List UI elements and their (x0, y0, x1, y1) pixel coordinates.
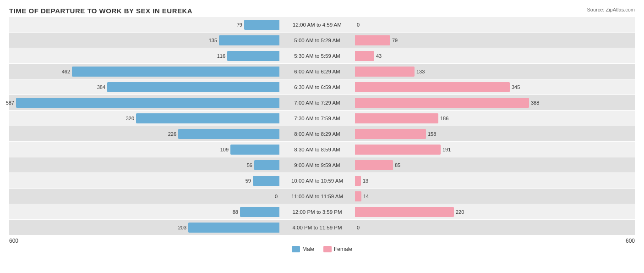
time-label: 6:30 AM to 6:59 AM (279, 84, 355, 90)
time-label: 5:00 AM to 5:29 AM (279, 38, 355, 43)
table-row: 569:00 AM to 9:59 AM85 (9, 157, 635, 173)
bar-female (355, 82, 510, 92)
bar-male (219, 35, 279, 45)
bar-male (188, 223, 279, 233)
time-label: 8:00 AM to 8:29 AM (279, 131, 355, 137)
bar-female-value: 133 (416, 69, 425, 74)
time-label: 12:00 PM to 3:59 PM (279, 209, 355, 215)
time-label: 11:00 AM to 11:59 AM (279, 194, 355, 199)
table-row: 3846:30 AM to 6:59 AM345 (9, 79, 635, 95)
table-row: 4626:00 AM to 6:29 AM133 (9, 64, 635, 79)
bar-male-value: 384 (97, 84, 105, 90)
bar-male (240, 207, 279, 217)
bar-female-value: 85 (395, 162, 400, 168)
time-label: 5:30 AM to 5:59 AM (279, 53, 355, 59)
bar-female-value: 388 (531, 100, 539, 106)
source-text: Source: ZipAtlas.com (587, 7, 635, 12)
table-row: 5910:00 AM to 10:59 AM13 (9, 173, 635, 188)
axis-bottom: 600 600 (9, 238, 635, 244)
bar-female (355, 98, 529, 108)
bar-male-value: 0 (275, 194, 278, 199)
bar-male-value: 226 (168, 131, 176, 137)
time-label: 9:00 AM to 9:59 AM (279, 162, 355, 168)
bar-male-value: 587 (6, 100, 14, 106)
bar-male-value: 79 (237, 22, 242, 28)
bar-male (16, 98, 279, 108)
bar-female (355, 207, 454, 217)
legend-male-label: Male (302, 246, 314, 252)
bar-male (254, 160, 279, 170)
bar-male (136, 113, 279, 123)
table-row: 8812:00 PM to 3:59 PM220 (9, 204, 635, 219)
bar-male-value: 203 (178, 225, 186, 230)
bar-male-value: 320 (126, 116, 134, 121)
legend: Male Female (9, 246, 635, 252)
bar-male (244, 20, 279, 30)
table-row: 5877:00 AM to 7:29 AM388 (9, 95, 635, 110)
bar-female-value: 158 (428, 131, 436, 137)
bar-male (178, 129, 279, 139)
legend-female-label: Female (334, 246, 352, 252)
time-label: 10:00 AM to 10:59 AM (279, 178, 355, 184)
bar-male-value: 56 (247, 162, 252, 168)
bar-female (355, 191, 361, 201)
bar-female-value: 0 (357, 225, 360, 230)
bar-female (355, 67, 415, 77)
bar-female-value: 43 (376, 53, 382, 59)
chart-area: 7912:00 AM to 4:59 AM01355:00 AM to 5:29… (9, 17, 635, 235)
bar-male-value: 135 (209, 38, 217, 43)
legend-female-box (323, 246, 332, 252)
bar-male-value: 462 (62, 69, 70, 74)
bar-male (253, 176, 279, 186)
legend-female: Female (323, 246, 352, 252)
bar-female-value: 14 (363, 194, 369, 199)
table-row: 2034:00 PM to 11:59 PM0 (9, 220, 635, 235)
table-row: 2268:00 AM to 8:29 AM158 (9, 126, 635, 141)
bar-female-value: 186 (440, 116, 448, 121)
table-row: 3207:30 AM to 7:59 AM186 (9, 111, 635, 126)
bar-male (107, 82, 279, 92)
axis-left-value: 600 (9, 238, 284, 244)
time-label: 4:00 PM to 11:59 PM (279, 225, 355, 230)
bar-female (355, 145, 441, 155)
bar-female-value: 220 (456, 209, 464, 215)
table-row: 1355:00 AM to 5:29 AM79 (9, 33, 635, 48)
bar-female (355, 176, 361, 186)
table-row: 011:00 AM to 11:59 AM14 (9, 189, 635, 204)
bar-female-value: 13 (363, 178, 368, 184)
bar-female (355, 51, 374, 61)
bar-female (355, 113, 438, 123)
axis-right-value: 600 (360, 238, 635, 244)
time-label: 8:30 AM to 8:59 AM (279, 147, 355, 152)
bar-male (227, 51, 279, 61)
bar-male (72, 67, 279, 77)
table-row: 1165:30 AM to 5:59 AM43 (9, 48, 635, 63)
bar-male-value: 116 (217, 53, 225, 59)
time-label: 6:00 AM to 6:29 AM (279, 69, 355, 74)
bar-female-value: 191 (442, 147, 451, 152)
bar-female-value: 79 (392, 38, 398, 43)
bar-female (355, 160, 393, 170)
chart-title: TIME OF DEPARTURE TO WORK BY SEX IN EURE… (9, 7, 635, 15)
bar-male-value: 109 (220, 147, 229, 152)
bar-female (355, 129, 426, 139)
table-row: 7912:00 AM to 4:59 AM0 (9, 17, 635, 32)
time-label: 7:30 AM to 7:59 AM (279, 116, 355, 121)
bar-female-value: 345 (512, 84, 520, 90)
bar-male-value: 88 (233, 209, 238, 215)
table-row: 1098:30 AM to 8:59 AM191 (9, 142, 635, 157)
bar-female-value: 0 (357, 22, 360, 28)
chart-container: TIME OF DEPARTURE TO WORK BY SEX IN EURE… (0, 0, 644, 273)
time-label: 12:00 AM to 4:59 AM (279, 22, 355, 28)
time-label: 7:00 AM to 7:29 AM (279, 100, 355, 106)
legend-male: Male (292, 246, 314, 252)
bar-male (230, 145, 279, 155)
legend-male-box (292, 246, 300, 252)
bar-male-value: 59 (246, 178, 251, 184)
bar-female (355, 35, 390, 45)
